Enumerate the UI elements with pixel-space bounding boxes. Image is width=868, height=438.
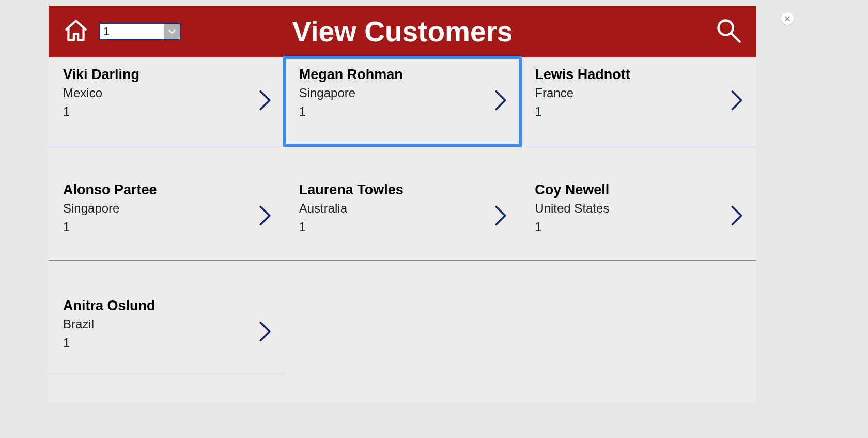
chevron-right-icon[interactable] <box>730 205 744 229</box>
empty-cell <box>285 289 521 376</box>
customer-number: 1 <box>63 220 272 234</box>
chevron-right-icon[interactable] <box>493 205 508 229</box>
customer-number: 1 <box>63 336 272 350</box>
search-icon[interactable] <box>715 17 742 46</box>
close-icon[interactable] <box>781 12 794 25</box>
customer-card[interactable]: Coy NewellUnited States1 <box>520 173 756 261</box>
chevron-right-icon[interactable] <box>258 321 272 344</box>
customer-name: Lewis Hadnott <box>535 67 744 83</box>
customer-country: Singapore <box>63 201 272 216</box>
page-title: View Customers <box>292 15 513 48</box>
customer-country: United States <box>535 201 744 216</box>
customer-number: 1 <box>299 220 508 234</box>
customer-card[interactable]: Anitra OslundBrazil1 <box>49 289 285 376</box>
customer-country: Mexico <box>63 86 272 100</box>
chevron-right-icon[interactable] <box>258 205 272 229</box>
customer-number: 1 <box>535 220 744 234</box>
customer-country: Singapore <box>299 86 508 100</box>
chevron-right-icon[interactable] <box>730 89 744 113</box>
customer-name: Anitra Oslund <box>63 298 272 314</box>
customer-name: Megan Rohman <box>299 67 508 83</box>
customer-name: Coy Newell <box>535 182 744 198</box>
customer-number: 1 <box>535 104 744 119</box>
customer-country: France <box>535 86 744 100</box>
customer-card[interactable]: Megan RohmanSingapore1 <box>285 57 521 145</box>
app-window: 1 View Customers Viki DarlingMexico1Mega… <box>49 6 756 404</box>
header: 1 View Customers <box>49 6 756 57</box>
page-dropdown[interactable]: 1 <box>99 23 181 40</box>
chevron-right-icon[interactable] <box>493 89 508 113</box>
svg-line-1 <box>731 33 739 41</box>
customer-number: 1 <box>299 104 508 119</box>
customer-card[interactable]: Viki DarlingMexico1 <box>49 57 285 145</box>
empty-cell <box>520 289 756 376</box>
customer-country: Australia <box>299 201 508 216</box>
customer-name: Laurena Towles <box>299 182 508 198</box>
customer-name: Viki Darling <box>63 67 272 83</box>
customer-card[interactable]: Lewis HadnottFrance1 <box>520 57 756 145</box>
customer-card[interactable]: Alonso ParteeSingapore1 <box>49 173 285 261</box>
customer-name: Alonso Partee <box>63 182 272 198</box>
chevron-down-icon[interactable] <box>164 24 180 39</box>
customer-number: 1 <box>63 104 272 119</box>
page-dropdown-value: 1 <box>100 24 164 39</box>
customer-country: Brazil <box>63 317 272 331</box>
customer-card[interactable]: Laurena TowlesAustralia1 <box>285 173 521 261</box>
home-icon[interactable] <box>63 18 89 46</box>
customer-grid: Viki DarlingMexico1Megan RohmanSingapore… <box>49 57 756 404</box>
chevron-right-icon[interactable] <box>258 89 272 113</box>
